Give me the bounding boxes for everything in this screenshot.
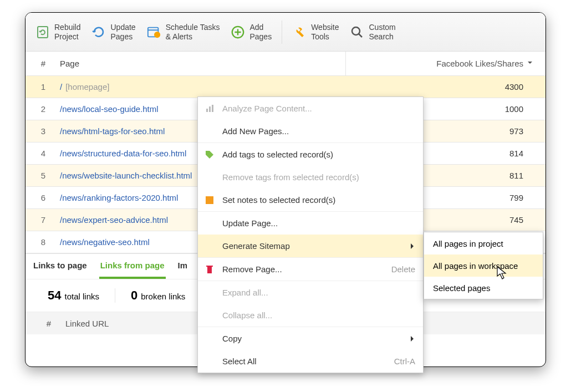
add-pages-button[interactable]: Add Pages <box>225 19 277 44</box>
sitemap-submenu: All pages in project All pages in worksp… <box>424 232 543 299</box>
page-link[interactable]: /news/html-tags-for-seo.html <box>60 126 165 136</box>
row-number: 4 <box>26 149 53 158</box>
page-link[interactable]: /news/structured-data-for-seo.html <box>60 149 186 158</box>
svg-rect-9 <box>206 109 208 112</box>
toolbar-separator <box>282 21 282 44</box>
grid-header: # Page Facebook Likes/Shares <box>26 52 545 76</box>
row-fb: 4300 <box>346 82 545 91</box>
ctx-set-notes[interactable]: Set notes to selected record(s) <box>198 189 423 211</box>
tag-icon <box>205 150 215 160</box>
col-header-facebook[interactable]: Facebook Likes/Shares <box>346 59 545 68</box>
submenu-selected-pages[interactable]: Selected pages <box>424 277 543 299</box>
col-header-number[interactable]: # <box>26 59 53 68</box>
ctx-analyze-page: Analyze Page Content... <box>198 97 423 120</box>
page-link[interactable]: /news/website-launch-checklist.html <box>60 171 192 180</box>
rebuild-project-button[interactable]: Rebuild Project <box>30 19 86 44</box>
submenu-all-pages-workspace[interactable]: All pages in workspace <box>424 254 543 277</box>
ctx-add-tags[interactable]: Add tags to selected record(s) <box>198 143 423 166</box>
search-icon <box>350 25 364 39</box>
tools-icon <box>292 25 307 39</box>
sub-col-number[interactable]: # <box>26 319 59 328</box>
note-icon <box>205 195 215 205</box>
ctx-remove-tags: Remove tags from selected record(s) <box>198 166 423 189</box>
svg-rect-10 <box>209 106 211 112</box>
schedule-icon <box>147 25 161 39</box>
rebuild-icon <box>35 25 50 39</box>
shortcut-label: Delete <box>391 264 415 274</box>
ctx-update-page[interactable]: Update Page... <box>198 212 423 235</box>
bar-chart-icon <box>205 104 215 114</box>
ctx-generate-sitemap[interactable]: Generate Sitemap <box>198 235 423 257</box>
main-toolbar: Rebuild Project Update Pages Schedule Ta… <box>26 13 545 52</box>
ctx-add-new-pages[interactable]: Add New Pages... <box>198 120 423 142</box>
ctx-copy[interactable]: Copy <box>198 327 423 350</box>
page-link[interactable]: / <box>60 82 62 91</box>
ctx-remove-page[interactable]: Remove Page... Delete <box>198 258 423 281</box>
table-row[interactable]: 1 /[homepage] 4300 <box>26 76 545 98</box>
ctx-collapse-all: Collapse all... <box>198 304 423 327</box>
tab-links-from-page[interactable]: Links from page <box>99 254 166 279</box>
custom-search-button[interactable]: Custom Search <box>344 19 401 44</box>
submenu-all-pages-project[interactable]: All pages in project <box>424 232 543 254</box>
svg-point-7 <box>352 27 360 35</box>
row-page: /[homepage] <box>53 82 346 91</box>
row-number: 5 <box>26 171 53 180</box>
row-number: 6 <box>26 193 53 202</box>
row-number: 7 <box>26 215 53 225</box>
row-number: 2 <box>26 104 53 114</box>
toolbar-label: Website Tools <box>311 23 339 40</box>
toolbar-label: Add Pages <box>249 23 272 40</box>
page-link[interactable]: /news/negative-seo.html <box>60 237 150 247</box>
svg-rect-12 <box>206 196 213 204</box>
page-link[interactable]: /news/local-seo-guide.html <box>60 104 159 114</box>
row-number: 3 <box>26 126 53 136</box>
toolbar-label: Update Pages <box>110 23 135 40</box>
schedule-tasks-button[interactable]: Schedule Tasks & Alerts <box>141 19 226 44</box>
svg-rect-11 <box>212 105 213 112</box>
add-icon <box>231 25 245 39</box>
website-tools-button[interactable]: Website Tools <box>287 19 344 44</box>
toolbar-label: Rebuild Project <box>54 23 80 40</box>
ctx-select-all[interactable]: Select All Ctrl-A <box>198 350 423 373</box>
page-link[interactable]: /news/ranking-factors-2020.html <box>60 193 178 202</box>
toolbar-label: Custom Search <box>369 23 395 40</box>
update-pages-button[interactable]: Update Pages <box>86 19 141 44</box>
svg-point-3 <box>154 32 160 38</box>
page-note: [homepage] <box>65 82 109 91</box>
page-link[interactable]: /news/expert-seo-advice.html <box>60 215 168 225</box>
tab-images[interactable]: Images <box>177 254 187 279</box>
context-menu: Analyze Page Content... Add New Pages...… <box>197 96 424 373</box>
trash-icon <box>205 264 215 274</box>
svg-rect-14 <box>206 266 213 267</box>
svg-rect-0 <box>38 27 48 38</box>
tab-links-to-page[interactable]: Links to page <box>32 254 88 279</box>
ctx-expand-all: Expand all... <box>198 281 423 304</box>
row-number: 8 <box>26 237 53 247</box>
broken-links: 0broken links <box>115 288 201 303</box>
update-icon <box>91 25 106 39</box>
row-number: 1 <box>26 82 53 91</box>
col-header-page[interactable]: Page <box>53 59 345 68</box>
total-links: 54total links <box>32 288 115 303</box>
svg-line-8 <box>359 34 362 37</box>
toolbar-label: Schedule Tasks & Alerts <box>166 23 220 40</box>
shortcut-label: Ctrl-A <box>394 357 415 366</box>
svg-rect-13 <box>207 267 212 273</box>
